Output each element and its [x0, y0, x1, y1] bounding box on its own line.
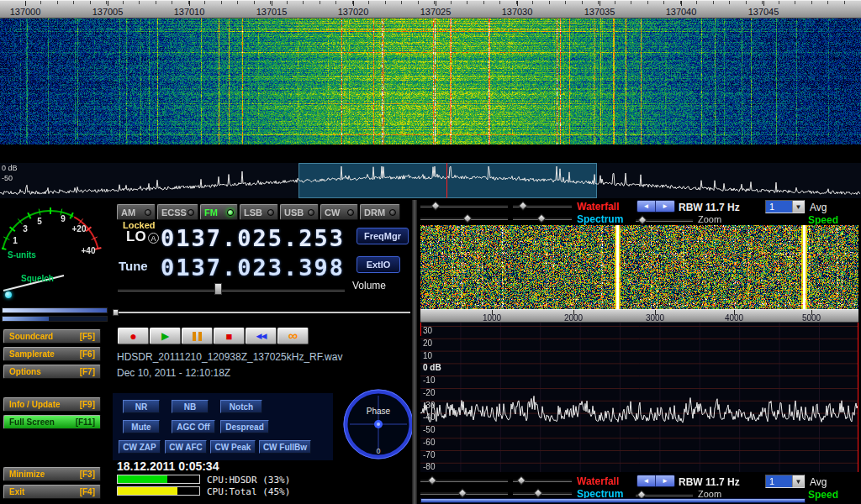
mode-button-usb[interactable]: USB: [280, 204, 319, 220]
lo-frequency-display[interactable]: 0137.025.253: [161, 225, 345, 251]
button-label: Info / Update: [9, 400, 61, 409]
hdsdr-window: 137000 137005 137010 137015 137020 13702…: [0, 0, 861, 504]
cw-fullbw-button[interactable]: CW FullBw: [259, 440, 311, 454]
extio-button[interactable]: ExtIO: [357, 256, 400, 273]
spectrum-contrast-thumb-2[interactable]: [533, 488, 542, 497]
mode-button-lsb[interactable]: LSB: [240, 204, 278, 220]
dropdown-arrow-icon[interactable]: ▼: [792, 475, 804, 487]
cw-peak-button[interactable]: CW Peak: [210, 440, 256, 454]
tune-frequency-display[interactable]: 0137.023.398: [161, 255, 345, 281]
fullscreen-button[interactable]: Full Screen [F11]: [3, 415, 101, 429]
waterfall-contrast-thumb-2[interactable]: [516, 475, 526, 485]
mode-label: FM: [204, 207, 218, 218]
gain-handle[interactable]: [113, 309, 119, 316]
volume-slider[interactable]: [118, 288, 345, 291]
meter-slider-2[interactable]: [2, 316, 108, 322]
despread-button[interactable]: Despread: [220, 420, 269, 433]
phase-label: Phase: [367, 407, 390, 416]
waterfall-brightness-thumb[interactable]: [430, 201, 440, 210]
mode-button-drm[interactable]: DRM: [360, 204, 400, 220]
dropdown-arrow-icon[interactable]: ▼: [792, 201, 804, 213]
notch-button[interactable]: Notch: [220, 400, 262, 413]
rewind-button[interactable]: ◀◀: [246, 328, 277, 344]
play-button[interactable]: ▶: [150, 328, 181, 344]
scale-label: 2000: [564, 313, 583, 323]
mode-button-am[interactable]: AM: [117, 204, 156, 220]
recording-timestamp: Dec 10, 2011 - 12:10:18Z: [117, 367, 230, 379]
pause-button[interactable]: [182, 328, 213, 344]
spectrum-db-label: -20: [423, 388, 435, 397]
cpu-hdsdr-bar: [117, 475, 200, 484]
main-waterfall[interactable]: [0, 0, 861, 144]
lo-label: LO: [126, 228, 146, 245]
ruler-tick: [600, 1, 600, 6]
spectrum-brightness-thumb-2[interactable]: [457, 488, 467, 497]
minimize-button[interactable]: Minimize [F3]: [3, 467, 101, 481]
spinner-right-icon[interactable]: ►: [656, 475, 674, 486]
spectrum-db-label: -80: [423, 462, 435, 471]
stop-button[interactable]: ■: [214, 328, 245, 344]
squelch-label: Squelch: [21, 274, 54, 283]
rbw-label: RBW 11.7 Hz: [679, 202, 740, 213]
info-update-button[interactable]: Info / Update [F9]: [3, 397, 101, 412]
ruler-tick: [436, 1, 436, 6]
db-label-mid: -50: [2, 174, 13, 182]
button-key: [F7]: [80, 367, 95, 376]
scale-label: 3000: [646, 313, 664, 323]
mode-led: [389, 209, 396, 216]
speed-bar[interactable]: [420, 498, 806, 503]
spinner-left-icon[interactable]: ◄: [637, 475, 656, 486]
recording-filename: HDSDR_20111210_120938Z_137025kHz_RF.wav: [117, 351, 342, 363]
smeter-tick-label: 3: [23, 224, 28, 234]
agc-button[interactable]: AGC Off: [172, 420, 215, 433]
ruler-tick: [25, 1, 26, 6]
nb-button[interactable]: NB: [172, 400, 209, 413]
volume-handle[interactable]: [214, 283, 222, 295]
cw-zap-button[interactable]: CW ZAP: [119, 440, 161, 454]
options-button[interactable]: Options [F7]: [3, 365, 101, 379]
mute-button[interactable]: Mute: [123, 420, 160, 433]
squelch-marker[interactable]: [5, 291, 12, 298]
spectrum-brightness-thumb[interactable]: [462, 213, 472, 223]
frequency-ruler[interactable]: 137000 137005 137010 137015 137020 13702…: [0, 0, 861, 18]
pause-icon: [193, 332, 202, 341]
soundcard-button[interactable]: Soundcard [F5]: [3, 329, 101, 344]
zoom-thumb[interactable]: [637, 215, 647, 224]
freqmgr-button[interactable]: FreqMgr: [357, 228, 409, 244]
zoom-spectrum[interactable]: [420, 323, 858, 472]
phase-indicator[interactable]: Phase 0: [342, 388, 415, 460]
gain-slider[interactable]: [114, 312, 410, 313]
speed-dropdown[interactable]: 1 ▼: [765, 200, 805, 213]
spinner-right-icon[interactable]: ►: [656, 201, 674, 212]
mode-button-ecss[interactable]: ECSS: [157, 204, 198, 220]
speed-dropdown-2[interactable]: 1 ▼: [765, 475, 805, 488]
samplerate-button[interactable]: Samplerate [F6]: [3, 347, 101, 361]
spectrum-db-label: 30: [423, 326, 432, 335]
waterfall-contrast-thumb[interactable]: [518, 201, 527, 210]
mode-button-cw[interactable]: CW: [320, 204, 358, 220]
button-label: Options: [9, 367, 41, 376]
exit-button[interactable]: Exit [F4]: [3, 485, 101, 499]
button-key: [F11]: [76, 417, 95, 427]
mode-label: CW: [325, 207, 340, 218]
mode-button-fm[interactable]: FM: [200, 204, 238, 220]
mini-spectrum[interactable]: [0, 163, 861, 198]
zoom-spinner-2[interactable]: ◄ ►: [637, 475, 675, 487]
spectrum-contrast-thumb[interactable]: [536, 213, 546, 223]
stop-icon: ■: [226, 330, 233, 343]
zoom-spinner[interactable]: ◄ ►: [637, 200, 675, 213]
zoom-waterfall-scale[interactable]: 1000 2000 3000 4000 5000: [420, 309, 858, 323]
spinner-left-icon[interactable]: ◄: [637, 201, 656, 212]
ruler-label: 137045: [748, 7, 779, 17]
smeter-tick-label: +20: [72, 224, 87, 234]
waterfall-brightness-thumb-2[interactable]: [427, 475, 436, 485]
cw-afc-button[interactable]: CW AFC: [165, 440, 207, 454]
zoom-waterfall[interactable]: [420, 225, 858, 309]
record-button[interactable]: ●: [118, 328, 149, 344]
lo-lock-badge[interactable]: A: [148, 233, 159, 244]
ruler-tick: [108, 1, 108, 6]
loop-button[interactable]: ∞: [277, 328, 309, 344]
spectrum-db-label: -70: [423, 450, 435, 459]
nr-button[interactable]: NR: [123, 400, 160, 413]
meter-slider-1[interactable]: [2, 307, 108, 313]
